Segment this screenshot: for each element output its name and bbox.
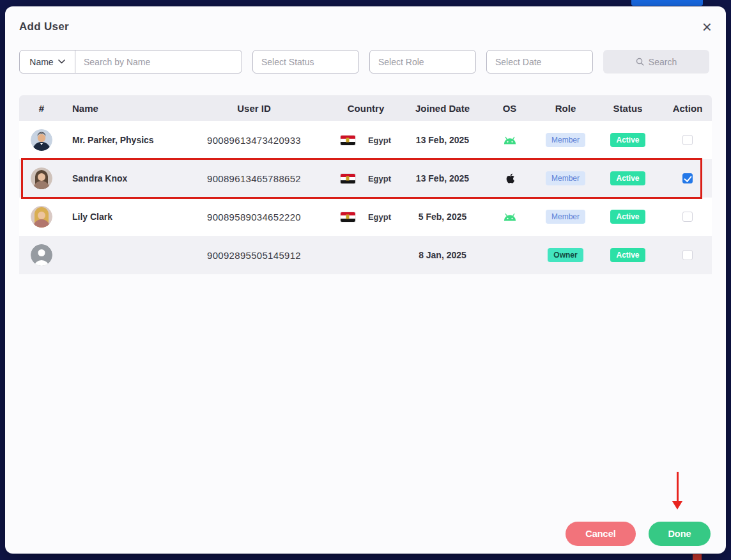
role-filter-input[interactable]: [369, 50, 476, 74]
background-app-element: [693, 554, 702, 560]
chevron-down-icon: [58, 59, 65, 64]
row-checkbox[interactable]: [682, 173, 693, 183]
country-label: Egypt: [368, 212, 391, 222]
status-badge: Active: [610, 248, 645, 262]
col-header-name: Name: [64, 103, 182, 114]
joined-date: 8 Jan, 2025: [406, 250, 479, 260]
egypt-flag-icon: [341, 136, 355, 145]
done-button[interactable]: Done: [649, 522, 711, 546]
table-row: 90092895505145912 8 Jan, 2025 Owner Acti…: [19, 236, 712, 274]
country-label: Egypt: [368, 136, 391, 145]
role-badge: Member: [546, 210, 585, 224]
add-user-modal: Add User × Name Search # Name User ID Co…: [5, 6, 726, 554]
user-name: Lily Clark: [64, 212, 182, 222]
table-header-row: # Name User ID Country Joined Date OS Ro…: [19, 95, 712, 121]
role-badge: Member: [546, 133, 585, 147]
search-button[interactable]: Search: [603, 50, 709, 74]
modal-header: Add User ×: [5, 6, 726, 33]
filter-bar: Name Search: [19, 50, 712, 74]
row-checkbox[interactable]: [682, 212, 693, 222]
col-header-os: OS: [479, 103, 540, 114]
user-id: 90089589034652220: [182, 212, 326, 222]
android-icon: [503, 213, 517, 221]
name-filter-label: Name: [29, 57, 53, 67]
users-table: # Name User ID Country Joined Date OS Ro…: [19, 95, 712, 274]
col-header-country: Country: [326, 103, 406, 114]
date-filter-input[interactable]: [486, 50, 593, 74]
col-header-action: Action: [665, 103, 711, 114]
user-name: Sandra Knox: [64, 173, 182, 183]
table-row: Lily Clark 90089589034652220 Egypt 5 Feb…: [19, 198, 712, 236]
user-name: Mr. Parker, Physics: [64, 135, 182, 145]
joined-date: 13 Feb, 2025: [406, 173, 479, 183]
android-icon: [503, 136, 517, 144]
joined-date: 13 Feb, 2025: [406, 135, 479, 145]
status-badge: Active: [610, 133, 645, 147]
status-badge: Active: [610, 171, 645, 185]
col-header-index: #: [19, 103, 64, 114]
egypt-flag-icon: [341, 174, 355, 183]
search-icon: [636, 58, 644, 66]
table-row: Mr. Parker, Physics 90089613473420933 Eg…: [19, 121, 712, 159]
status-badge: Active: [610, 210, 645, 224]
joined-date: 5 Feb, 2025: [406, 212, 479, 222]
country-label: Egypt: [368, 174, 391, 183]
egypt-flag-icon: [341, 212, 355, 222]
background-app-button: [631, 0, 703, 6]
col-header-role: Role: [540, 103, 591, 114]
close-icon[interactable]: ×: [702, 20, 712, 33]
table-row: Sandra Knox 90089613465788652 Egypt 13 F…: [19, 159, 712, 198]
col-header-userid: User ID: [182, 103, 326, 114]
row-checkbox[interactable]: [682, 135, 693, 145]
avatar: [31, 129, 52, 151]
modal-title: Add User: [19, 20, 69, 33]
avatar: [31, 206, 52, 228]
annotation-arrow: [671, 472, 684, 511]
user-id: 90089613465788652: [182, 173, 326, 184]
avatar: [31, 167, 52, 189]
user-id: 90089613473420933: [182, 135, 326, 146]
cancel-button[interactable]: Cancel: [566, 522, 636, 546]
col-header-status: Status: [591, 103, 665, 114]
apple-icon: [504, 172, 516, 185]
search-button-label: Search: [649, 57, 677, 67]
user-id: 90092895505145912: [182, 250, 326, 261]
search-input[interactable]: [75, 50, 242, 74]
col-header-joined: Joined Date: [406, 103, 479, 114]
name-filter-dropdown[interactable]: Name: [19, 50, 75, 74]
role-badge: Owner: [548, 248, 583, 262]
modal-footer: Cancel Done: [566, 522, 711, 546]
row-checkbox[interactable]: [682, 250, 693, 260]
role-badge: Member: [546, 171, 585, 185]
avatar-placeholder-icon: [31, 244, 52, 266]
status-filter-input[interactable]: [252, 50, 359, 74]
